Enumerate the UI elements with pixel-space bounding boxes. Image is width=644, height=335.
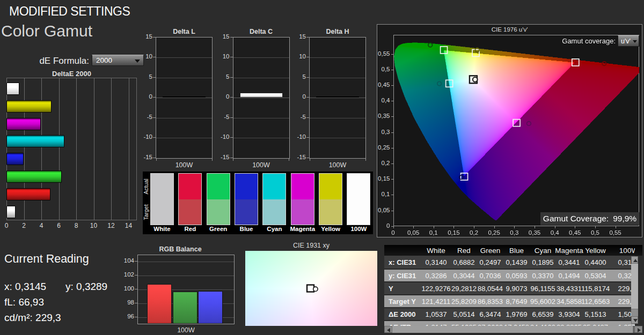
table-cell: 0,0593 bbox=[503, 270, 530, 281]
delta-x-tick-mark bbox=[233, 159, 233, 161]
delta-y-tick-label: 0 bbox=[292, 93, 306, 100]
measurement-table-container: WhiteRedGreenBlueCyanMagentaYellow100Wx:… bbox=[384, 245, 635, 333]
gamut-coverage-dropdown[interactable]: u'v' bbox=[618, 35, 639, 47]
rgb-y-tick-label: 98 bbox=[119, 299, 134, 306]
cie-1976-x-tick bbox=[434, 226, 434, 228]
scrollbar-right-button[interactable] bbox=[634, 326, 642, 333]
table-header-cyan: Cyan bbox=[530, 245, 556, 256]
delta-gridline bbox=[156, 118, 212, 118]
deltae-x-tick-label: 0 bbox=[0, 222, 13, 229]
rgb-x-label: 100W bbox=[137, 326, 235, 334]
cie-1976-x-tick bbox=[494, 226, 495, 228]
delta-y-tick-label: 10 bbox=[292, 53, 306, 59]
delta-y-tick-label: -10 bbox=[292, 133, 306, 140]
table-cell: 0,3140 bbox=[421, 256, 451, 269]
de-formula-label: dE Formula: bbox=[16, 56, 89, 66]
rgb-tick-mark bbox=[135, 303, 137, 303]
delta-gridline bbox=[156, 98, 212, 98]
table-cell: 0,1494 bbox=[556, 270, 582, 281]
swatch-label: Magenta bbox=[288, 226, 317, 232]
measured-marker-cyan bbox=[437, 81, 441, 86]
table-cell: 0,3286 bbox=[421, 270, 451, 281]
delta-y-tick-label: 10 bbox=[216, 53, 230, 59]
swatch-target-color bbox=[235, 199, 258, 225]
cie-1976-y-tick-label: 0,4 bbox=[374, 97, 390, 103]
deltae-bar-green bbox=[6, 170, 62, 183]
swatch-blue bbox=[235, 173, 258, 225]
gamut-coverage-label: Gamut Coverage: bbox=[543, 214, 609, 224]
rgb-y-tick-label: 96 bbox=[119, 313, 134, 319]
table-cell: 0,3370 bbox=[530, 270, 556, 281]
table-cell: 0,2497 bbox=[477, 256, 503, 269]
page-title: MODIFIED SETTINGS bbox=[9, 4, 130, 19]
swatch-white bbox=[150, 173, 174, 225]
reading-cdm2: cd/m²: 229,3 bbox=[4, 312, 61, 324]
deltae-bar-100w bbox=[6, 83, 19, 95]
delta-tick-mark bbox=[153, 158, 156, 158]
table-cell: 0,7036 bbox=[477, 270, 503, 281]
de-formula-value: 2000 bbox=[96, 56, 112, 64]
swatch-label: Green bbox=[204, 226, 233, 232]
swatch-magenta bbox=[291, 173, 314, 225]
target-marker-yellow bbox=[472, 49, 479, 56]
deltae-gridline bbox=[136, 78, 137, 220]
delta-gridline bbox=[233, 98, 289, 98]
measured-marker-magenta bbox=[526, 122, 531, 126]
delta-y-tick-label: 0 bbox=[216, 93, 230, 100]
calman-color-gamut-page: MODIFIED SETTINGS Color Gamut dE Formula… bbox=[0, 0, 644, 335]
cie-1976-x-tick bbox=[413, 226, 414, 228]
arrow-left-icon bbox=[387, 328, 390, 332]
delta-x-tick-mark bbox=[310, 159, 310, 161]
delta-gridline bbox=[310, 138, 365, 138]
swatch-label: Yellow bbox=[316, 226, 345, 232]
rgb-bar-blue bbox=[198, 291, 223, 324]
delta-tick-mark bbox=[153, 137, 156, 138]
chevron-down-icon bbox=[633, 40, 637, 43]
scrollbar-down-button[interactable] bbox=[631, 316, 638, 324]
delta-bar-delta-l bbox=[163, 96, 206, 98]
arrow-up-icon bbox=[633, 259, 638, 262]
de-formula-dropdown[interactable]: 2000 bbox=[92, 55, 144, 66]
swatch-row-label-actual: Actual bbox=[143, 176, 149, 197]
scrollbar-thumb-horizontal[interactable] bbox=[392, 326, 633, 333]
measured-marker-red bbox=[602, 62, 606, 66]
table-horizontal-scrollbar[interactable] bbox=[384, 326, 642, 333]
delta-tick-mark bbox=[230, 37, 233, 38]
swatch-target-color bbox=[263, 199, 286, 225]
reading-fl-label: fL: bbox=[4, 296, 16, 308]
scrollbar-up-button[interactable] bbox=[631, 256, 638, 264]
swatch-target-color bbox=[319, 199, 342, 225]
delta-tick-mark bbox=[153, 117, 156, 118]
table-cell: 6,6539 bbox=[530, 308, 556, 320]
deltae-x-tick-label: 14 bbox=[122, 222, 135, 229]
deltae-bar-cyan bbox=[6, 135, 64, 147]
reading-fl-value: 66,93 bbox=[18, 296, 44, 308]
white-point-measured-marker bbox=[313, 287, 318, 291]
deltae-gridline bbox=[129, 78, 129, 220]
delta-tick-mark bbox=[153, 57, 156, 57]
rgb-y-tick-label: 102 bbox=[119, 271, 134, 278]
cie-1976-x-tick-label: 0,15 bbox=[445, 229, 462, 236]
cie-1931-title: CIE 1931 xy bbox=[245, 242, 377, 249]
rgb-bar-red bbox=[147, 284, 172, 324]
deltae-2000-chart-title: DeltaE 2000 bbox=[6, 70, 137, 78]
cie-1976-x-tick-label: 0,35 bbox=[526, 229, 543, 236]
table-vertical-scrollbar[interactable] bbox=[631, 256, 638, 324]
rgb-bar-green bbox=[173, 292, 197, 324]
table-header-100w: 100W bbox=[609, 245, 635, 256]
table-cell: 0,4400 bbox=[582, 256, 609, 269]
table-cell: 38,4331 bbox=[556, 282, 582, 294]
swatch-cyan bbox=[262, 173, 286, 225]
delta-x-label: 100W bbox=[233, 161, 290, 169]
scrollbar-thumb[interactable] bbox=[631, 264, 638, 309]
scrollbar-left-button[interactable] bbox=[384, 326, 392, 333]
table-header-blue: Blue bbox=[503, 245, 530, 256]
table-cell: 112,6563 bbox=[582, 295, 609, 307]
deltae-bar-blue bbox=[6, 153, 24, 165]
cie-1976-y-tick-label: 0,2 bbox=[374, 160, 390, 166]
delta-y-tick-label: 15 bbox=[138, 33, 152, 40]
delta-y-tick-label: -5 bbox=[292, 114, 306, 120]
delta-gridline bbox=[156, 138, 212, 138]
table-header-corner bbox=[384, 245, 421, 256]
delta-tick-mark bbox=[230, 158, 233, 158]
